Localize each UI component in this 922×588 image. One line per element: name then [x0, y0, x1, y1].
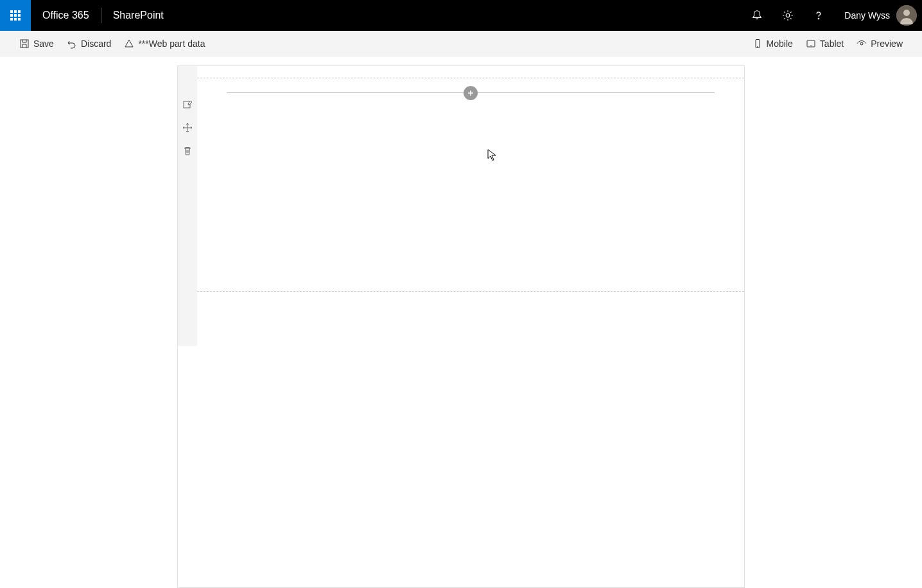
question-icon: [813, 10, 824, 21]
preview-button[interactable]: Preview: [850, 35, 909, 53]
avatar: [896, 5, 917, 26]
tablet-button[interactable]: Tablet: [799, 35, 850, 53]
waffle-icon: [10, 10, 21, 21]
discard-button[interactable]: Discard: [60, 35, 117, 53]
save-icon: [19, 39, 30, 49]
webpartdata-button[interactable]: ***Web part data: [117, 35, 211, 53]
move-section-button[interactable]: [181, 121, 194, 134]
add-webpart-button[interactable]: [464, 86, 478, 100]
suite-header: Office 365 SharePoint Dany Wyss: [0, 0, 922, 31]
triangle-icon: [124, 39, 134, 49]
user-name-label: Dany Wyss: [844, 10, 890, 21]
svg-point-1: [819, 18, 819, 19]
section-toolbar: [178, 66, 197, 346]
move-icon: [182, 123, 193, 133]
discard-label: Discard: [81, 39, 111, 49]
undo-icon: [67, 39, 77, 49]
settings-button[interactable]: [772, 0, 803, 31]
tablet-icon: [806, 39, 816, 49]
app-launcher-button[interactable]: [0, 0, 31, 31]
help-button[interactable]: [803, 0, 834, 31]
page-canvas[interactable]: [177, 65, 745, 588]
delete-section-button[interactable]: [181, 144, 194, 157]
edit-icon: [182, 99, 193, 110]
preview-label: Preview: [871, 39, 903, 49]
notifications-button[interactable]: [742, 0, 772, 31]
office365-link[interactable]: Office 365: [31, 0, 101, 31]
plus-icon: [467, 89, 474, 97]
tablet-label: Tablet: [820, 39, 844, 49]
canvas-wrapper: [0, 56, 922, 588]
zone-divider: [227, 92, 715, 93]
svg-point-0: [787, 13, 790, 17]
mobile-label: Mobile: [767, 39, 793, 49]
save-button[interactable]: Save: [13, 35, 60, 53]
svg-point-3: [903, 10, 910, 16]
bell-icon: [751, 10, 763, 21]
sharepoint-link[interactable]: SharePoint: [101, 0, 175, 31]
eye-icon: [857, 39, 867, 49]
trash-icon: [182, 146, 193, 156]
mobile-icon: [752, 39, 763, 49]
command-bar: Save Discard ***Web part data Mobile Tab…: [0, 31, 922, 56]
mobile-button[interactable]: Mobile: [746, 35, 799, 53]
webpartdata-label: ***Web part data: [138, 39, 205, 49]
save-label: Save: [33, 39, 54, 49]
edit-section-button[interactable]: [181, 98, 194, 111]
svg-point-9: [860, 42, 863, 45]
svg-rect-4: [21, 40, 28, 48]
user-menu[interactable]: Dany Wyss: [834, 5, 922, 26]
gear-icon: [782, 10, 794, 21]
page-section[interactable]: [197, 78, 744, 292]
webpart-zone[interactable]: [227, 92, 715, 93]
